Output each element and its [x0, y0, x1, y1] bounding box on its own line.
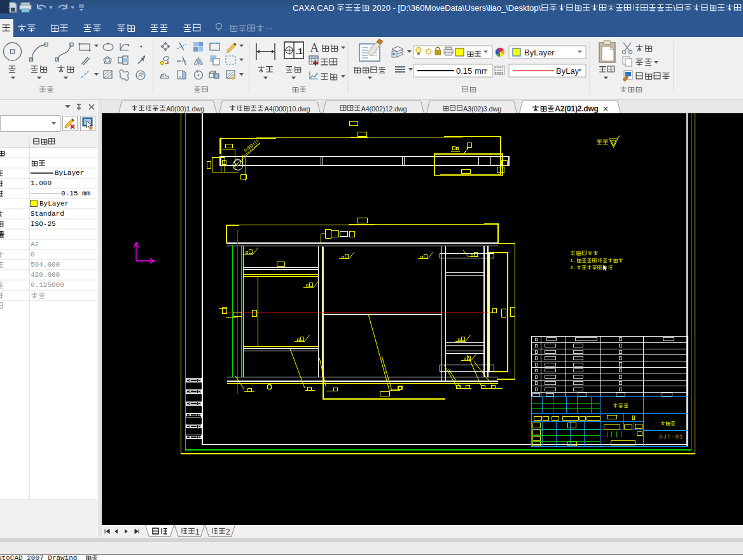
svg-text:A: A — [138, 72, 142, 78]
svg-text:ByLayer: ByLayer — [524, 48, 555, 57]
svg-text:0.15 mn: 0.15 mn — [456, 66, 486, 76]
svg-text:ByLay: ByLay — [556, 66, 580, 76]
svg-text:A: A — [310, 41, 319, 55]
svg-text:.1: .1 — [296, 46, 303, 56]
